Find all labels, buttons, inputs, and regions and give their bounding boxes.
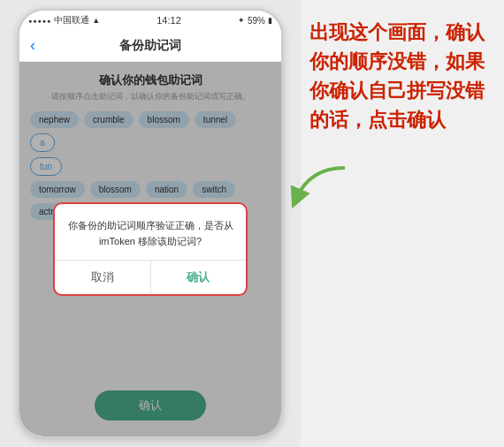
status-left: ●●●●● 中国联通 ▲ xyxy=(28,14,100,27)
phone-content: 确认你的钱包助记词 请按顺序点击助记词，以确认你的备份助记词填写正确。 neph… xyxy=(19,62,281,436)
dialog-overlay: 你备份的助记词顺序验证正确，是否从 imToken 移除该助记词? 取消 确认 xyxy=(19,62,281,436)
battery-percent: 59% xyxy=(248,16,265,26)
arrow-icon xyxy=(283,159,354,212)
carrier-label: 中国联通 xyxy=(54,14,89,27)
annotation-text: 出现这个画面，确认你的顺序没错，如果你确认自己拼写没错的话，点击确认 xyxy=(309,18,491,134)
arrow-container xyxy=(283,159,354,216)
dialog-ok-button[interactable]: 确认 xyxy=(151,261,247,294)
phone-mockup: ●●●●● 中国联通 ▲ 14:12 ✦ 59% ▮ ‹ 备份助记词 确认你的钱… xyxy=(0,0,301,447)
wifi-icon: ▲ xyxy=(92,16,100,25)
status-time: 14:12 xyxy=(157,15,181,26)
phone-screen: ●●●●● 中国联通 ▲ 14:12 ✦ 59% ▮ ‹ 备份助记词 确认你的钱… xyxy=(18,9,283,438)
dialog-message: 你备份的助记词顺序验证正确，是否从 imToken 移除该助记词? xyxy=(55,204,246,260)
dialog-box: 你备份的助记词顺序验证正确，是否从 imToken 移除该助记词? 取消 确认 xyxy=(53,202,248,296)
battery-icon: ▮ xyxy=(268,16,272,25)
status-right: ✦ 59% ▮ xyxy=(238,16,272,26)
dialog-cancel-button[interactable]: 取消 xyxy=(55,261,150,294)
back-button[interactable]: ‹ xyxy=(30,36,35,55)
dialog-buttons: 取消 确认 xyxy=(55,261,246,294)
nav-title: 备份助记词 xyxy=(119,38,181,54)
signal-dots: ●●●●● xyxy=(28,18,51,24)
nav-bar: ‹ 备份助记词 xyxy=(19,30,281,62)
annotation-area: 出现这个画面，确认你的顺序没错，如果你确认自己拼写没错的话，点击确认 xyxy=(301,0,504,447)
status-bar: ●●●●● 中国联通 ▲ 14:12 ✦ 59% ▮ xyxy=(19,11,281,30)
bluetooth-icon: ✦ xyxy=(238,16,245,25)
